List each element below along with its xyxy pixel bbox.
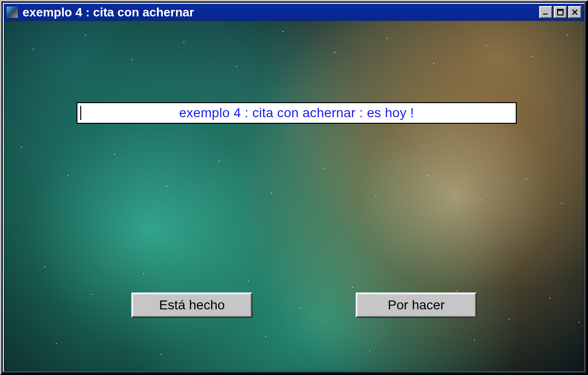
- app-icon: [7, 7, 18, 18]
- starfield: [4, 21, 584, 371]
- window-title: exemplo 4 : cita con achernar: [23, 5, 538, 20]
- message-text: exemplo 4 : cita con achernar : es hoy !: [179, 105, 414, 120]
- todo-button-label: Por hacer: [388, 298, 444, 313]
- done-button[interactable]: Está hecho: [131, 292, 252, 318]
- todo-button[interactable]: Por hacer: [356, 292, 477, 318]
- maximize-button[interactable]: [554, 6, 567, 18]
- minimize-button[interactable]: [539, 6, 552, 18]
- title-bar[interactable]: exemplo 4 : cita con achernar: [4, 4, 584, 21]
- svg-rect-2: [557, 9, 563, 11]
- svg-rect-0: [543, 14, 548, 15]
- client-area: exemplo 4 : cita con achernar : es hoy !…: [4, 21, 584, 371]
- done-button-label: Está hecho: [159, 298, 225, 313]
- app-window: exemplo 4 : cita con achernar: [0, 0, 588, 375]
- close-button[interactable]: [568, 6, 581, 18]
- text-caret: [80, 106, 81, 120]
- message-field[interactable]: exemplo 4 : cita con achernar : es hoy !: [76, 102, 517, 124]
